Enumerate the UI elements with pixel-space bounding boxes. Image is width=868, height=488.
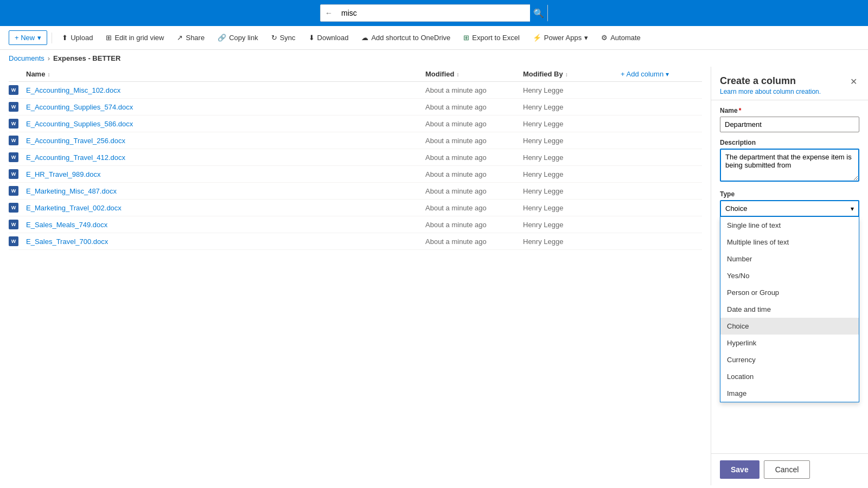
download-icon: ⬇ <box>309 34 315 42</box>
type-selected-value: Choice <box>725 204 747 213</box>
copy-link-button[interactable]: 🔗 Copy link <box>212 31 263 44</box>
grid-icon: ⊞ <box>106 34 112 42</box>
file-name[interactable]: E_Sales_Meals_749.docx <box>26 221 425 229</box>
file-modified: About a minute ago <box>425 137 523 145</box>
type-option-yes_no[interactable]: Yes/No <box>720 267 859 284</box>
type-option-hyperlink[interactable]: Hyperlink <box>720 335 859 351</box>
table-row[interactable]: W E_Accounting_Travel_412.docx About a m… <box>9 149 702 166</box>
file-type-icon: W <box>9 186 26 196</box>
file-name[interactable]: E_HR_Travel_989.docx <box>26 170 425 178</box>
file-name[interactable]: E_Accounting_Misc_102.docx <box>26 86 425 94</box>
file-name[interactable]: E_Sales_Travel_700.docx <box>26 237 425 246</box>
file-modified-by: Henry Legge <box>523 86 621 94</box>
search-bar[interactable]: ← 🔍 <box>320 4 548 22</box>
toolbar-sep-1 <box>52 33 52 43</box>
table-row[interactable]: W E_Sales_Travel_700.docx About a minute… <box>9 233 702 250</box>
file-type-icon: W <box>9 236 26 246</box>
panel-subtitle[interactable]: Learn more about column creation. <box>720 88 821 95</box>
word-icon: W <box>9 220 18 229</box>
file-modified: About a minute ago <box>425 103 523 111</box>
table-row[interactable]: W E_Accounting_Travel_256.docx About a m… <box>9 132 702 149</box>
name-input[interactable] <box>720 117 859 132</box>
sync-button[interactable]: ↻ Sync <box>266 31 301 44</box>
header-add-col[interactable]: + Add column <box>621 70 702 78</box>
name-label: Name* <box>720 107 859 114</box>
description-textarea[interactable]: The department that the expense item is … <box>720 149 859 182</box>
back-button[interactable]: ← <box>321 9 337 17</box>
word-icon: W <box>9 236 18 246</box>
word-icon: W <box>9 203 18 213</box>
panel-footer: Save Cancel <box>711 453 868 485</box>
table-row[interactable]: W E_Accounting_Supplies_574.docx About a… <box>9 99 702 115</box>
file-name[interactable]: E_Accounting_Supplies_586.docx <box>26 120 425 128</box>
download-button[interactable]: ⬇ Download <box>303 31 354 44</box>
header-modified-by[interactable]: Modified By <box>523 70 621 78</box>
file-modified-by: Henry Legge <box>523 204 621 212</box>
excel-icon: ⊞ <box>463 34 469 42</box>
type-option-person_or_group[interactable]: Person or Group <box>720 284 859 301</box>
file-type-icon: W <box>9 220 26 229</box>
export-excel-button[interactable]: ⊞ Export to Excel <box>458 31 525 44</box>
cancel-button[interactable]: Cancel <box>764 460 810 479</box>
file-modified-by: Henry Legge <box>523 120 621 128</box>
add-shortcut-button[interactable]: ☁ Add shortcut to OneDrive <box>356 31 456 44</box>
file-rows-container: W E_Accounting_Misc_102.docx About a min… <box>9 82 702 250</box>
type-chevron-icon <box>851 204 854 213</box>
share-icon: ↗ <box>177 34 183 42</box>
file-name[interactable]: E_Accounting_Travel_256.docx <box>26 137 425 145</box>
sort-modifiedby-icon <box>565 70 568 78</box>
file-modified-by: Henry Legge <box>523 103 621 111</box>
file-name[interactable]: E_Marketing_Travel_002.docx <box>26 204 425 212</box>
type-select-wrapper: Choice Single line of textMultiple lines… <box>720 200 859 217</box>
table-row[interactable]: W E_Marketing_Misc_487.docx About a minu… <box>9 183 702 200</box>
edit-grid-button[interactable]: ⊞ Edit in grid view <box>100 31 169 44</box>
file-modified-by: Henry Legge <box>523 170 621 178</box>
panel-header: Create a column Learn more about column … <box>711 67 868 100</box>
file-name[interactable]: E_Marketing_Misc_487.docx <box>26 187 425 195</box>
file-modified: About a minute ago <box>425 86 523 94</box>
type-option-image[interactable]: Image <box>720 385 859 402</box>
type-option-single_line[interactable]: Single line of text <box>720 217 859 234</box>
type-option-currency[interactable]: Currency <box>720 351 859 368</box>
search-button[interactable]: 🔍 <box>530 4 547 22</box>
file-list: Name Modified Modified By + Add column W <box>0 67 711 485</box>
type-select-display[interactable]: Choice <box>720 200 859 217</box>
table-row[interactable]: W E_Accounting_Misc_102.docx About a min… <box>9 82 702 99</box>
file-type-icon: W <box>9 136 26 145</box>
type-option-multiple_lines[interactable]: Multiple lines of text <box>720 234 859 251</box>
word-icon: W <box>9 186 18 196</box>
table-row[interactable]: W E_Marketing_Travel_002.docx About a mi… <box>9 200 702 216</box>
table-row[interactable]: W E_Sales_Meals_749.docx About a minute … <box>9 216 702 233</box>
new-button[interactable]: + New ▾ <box>9 30 47 45</box>
file-modified: About a minute ago <box>425 153 523 162</box>
type-option-number[interactable]: Number <box>720 251 859 267</box>
description-label: Description <box>720 139 859 146</box>
panel-close-button[interactable]: ✕ <box>848 75 859 88</box>
file-type-icon: W <box>9 102 26 112</box>
file-modified-by: Henry Legge <box>523 153 621 162</box>
type-field-group: Type Choice Single line of textMultiple … <box>720 190 859 217</box>
automate-icon: ⚙ <box>601 34 608 42</box>
toolbar: + New ▾ ⬆ Upload ⊞ Edit in grid view ↗ S… <box>0 26 868 50</box>
search-input[interactable] <box>337 9 530 17</box>
header-modified[interactable]: Modified <box>425 70 523 78</box>
type-label: Type <box>720 190 859 198</box>
file-name[interactable]: E_Accounting_Travel_412.docx <box>26 153 425 162</box>
type-option-date_time[interactable]: Date and time <box>720 301 859 318</box>
file-name[interactable]: E_Accounting_Supplies_574.docx <box>26 103 425 111</box>
upload-button[interactable]: ⬆ Upload <box>56 31 98 44</box>
share-button[interactable]: ↗ Share <box>171 31 210 44</box>
type-option-choice[interactable]: Choice <box>720 318 859 335</box>
type-option-location[interactable]: Location <box>720 368 859 385</box>
breadcrumb-parent[interactable]: Documents <box>9 54 44 62</box>
automate-button[interactable]: ⚙ Automate <box>596 31 646 44</box>
file-modified: About a minute ago <box>425 237 523 246</box>
word-icon: W <box>9 102 18 112</box>
header-name[interactable]: Name <box>26 70 425 78</box>
table-row[interactable]: W E_HR_Travel_989.docx About a minute ag… <box>9 166 702 183</box>
save-button[interactable]: Save <box>720 460 760 479</box>
table-row[interactable]: W E_Accounting_Supplies_586.docx About a… <box>9 115 702 132</box>
word-icon: W <box>9 119 18 129</box>
power-apps-button[interactable]: ⚡ Power Apps ▾ <box>527 31 593 44</box>
add-column-button[interactable]: + Add column <box>621 70 669 78</box>
